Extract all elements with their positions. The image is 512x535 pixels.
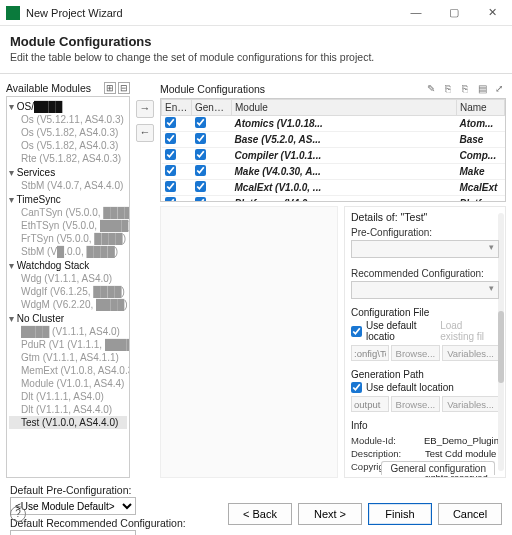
tree-item-selected[interactable]: Test (V1.0.0, AS4.4.0) xyxy=(9,416,127,429)
gen-browse-button: Browse... xyxy=(391,396,441,412)
details-title: Details of: "Test" xyxy=(351,211,499,223)
enable-checkbox[interactable] xyxy=(165,181,176,192)
info-label: Info xyxy=(351,420,499,431)
table-header[interactable]: Name xyxy=(457,100,505,116)
maximize-button[interactable]: ▢ xyxy=(440,6,468,19)
cfg-path-field xyxy=(351,345,389,361)
reccfg-combo[interactable] xyxy=(351,281,499,299)
add-module-button[interactable]: → xyxy=(136,100,154,118)
generate-checkbox[interactable] xyxy=(195,165,206,176)
info-row: Description:Test Cdd module xyxy=(351,448,499,460)
info-key: Description: xyxy=(351,448,425,459)
precfg-label: Pre-Configuration: xyxy=(351,227,499,238)
enable-checkbox[interactable] xyxy=(165,149,176,160)
wizard-header: Module Configurations Edit the table bel… xyxy=(0,26,512,69)
load-existing-label: Load existing fil xyxy=(440,320,499,342)
table-row[interactable]: Atomics (V1.0.18...Atom... xyxy=(162,116,505,132)
use-default-locatio-checkbox[interactable] xyxy=(351,326,362,337)
details-filler xyxy=(160,206,338,478)
info-key: Module-Id: xyxy=(351,435,424,446)
expand-all-icon[interactable]: ⊞ xyxy=(104,82,116,94)
toolbar-icon-3[interactable]: ⎘ xyxy=(458,82,472,96)
tree-item[interactable]: FrTSyn (V5.0.0, ████) xyxy=(9,232,127,245)
tree-item[interactable]: Os (V5.12.11, AS4.0.3) xyxy=(9,113,127,126)
tree-item[interactable]: WdgIf (V6.1.25, ████) xyxy=(9,285,127,298)
tree-item[interactable]: CanTSyn (V5.0.0, ████) xyxy=(9,206,127,219)
use-default-location-checkbox[interactable] xyxy=(351,382,362,393)
cancel-button[interactable]: Cancel xyxy=(438,503,502,525)
details-panel: Details of: "Test" Pre-Configuration: Re… xyxy=(344,206,506,478)
toolbar-icon-5[interactable]: ⤢ xyxy=(492,82,506,96)
table-header[interactable]: Ena... xyxy=(162,100,192,116)
cell-generate xyxy=(192,132,232,148)
tree-group[interactable]: No Cluster xyxy=(9,313,127,324)
general-configuration-tab[interactable]: General configuration xyxy=(381,461,495,475)
back-button[interactable]: < Back xyxy=(228,503,292,525)
table-row[interactable]: Platforms (V4.0....Platfo... xyxy=(162,196,505,203)
tree-item[interactable]: StbM (V4.0.7, AS4.4.0) xyxy=(9,179,127,192)
minimize-button[interactable]: — xyxy=(402,6,430,19)
enable-checkbox[interactable] xyxy=(165,117,176,128)
cell-name: Make xyxy=(457,164,505,180)
enable-checkbox[interactable] xyxy=(165,165,176,176)
tree-item[interactable]: Wdg (V1.1.1, AS4.0) xyxy=(9,272,127,285)
module-config-table[interactable]: Ena...Gener...ModuleName Atomics (V1.0.1… xyxy=(161,99,505,202)
finish-button[interactable]: Finish xyxy=(368,503,432,525)
cell-generate xyxy=(192,148,232,164)
generate-checkbox[interactable] xyxy=(195,181,206,192)
table-header[interactable]: Gener... xyxy=(192,100,232,116)
tree-item[interactable]: Gtm (V1.1.1, AS4.1.1) xyxy=(9,351,127,364)
tree-item[interactable]: Dlt (V1.1.1, AS4.4.0) xyxy=(9,403,127,416)
tree-item[interactable]: Module (V1.0.1, AS4.4) xyxy=(9,377,127,390)
tree-item[interactable]: MemExt (V1.0.8, AS4.0.3) xyxy=(9,364,127,377)
cell-name: Base xyxy=(457,132,505,148)
cfg-variables-button: Variables... xyxy=(442,345,499,361)
tree-item[interactable]: EthTSyn (V5.0.0, ████) xyxy=(9,219,127,232)
collapse-all-icon[interactable]: ⊟ xyxy=(118,82,130,94)
tree-group[interactable]: TimeSync xyxy=(9,194,127,205)
toolbar-icon-4[interactable]: ▤ xyxy=(475,82,489,96)
gen-variables-button: Variables... xyxy=(442,396,499,412)
tree-item[interactable]: StbM (V█.0.0, ████) xyxy=(9,245,127,258)
generate-checkbox[interactable] xyxy=(195,117,206,128)
tree-group[interactable]: OS/████ xyxy=(9,101,127,112)
cell-name: Comp... xyxy=(457,148,505,164)
precfg-combo[interactable] xyxy=(351,240,499,258)
tree-item[interactable]: PduR (V1 (V1.1.1, ████) xyxy=(9,338,127,351)
tree-item[interactable]: Os (V5.1.82, AS4.0.3) xyxy=(9,126,127,139)
tree-group[interactable]: Services xyxy=(9,167,127,178)
table-row[interactable]: Make (V4.0.30, A...Make xyxy=(162,164,505,180)
tree-item[interactable]: Os (V5.1.82, AS4.0.3) xyxy=(9,139,127,152)
generate-checkbox[interactable] xyxy=(195,149,206,160)
page-subtitle: Edit the table below to change the set o… xyxy=(10,51,502,63)
generate-checkbox[interactable] xyxy=(195,133,206,144)
info-value: Test Cdd module xyxy=(425,448,499,459)
help-button[interactable]: ? xyxy=(10,506,26,522)
enable-checkbox[interactable] xyxy=(165,133,176,144)
table-row[interactable]: McalExt (V1.0.0, ...McalExt xyxy=(162,180,505,196)
toolbar-icon-1[interactable]: ✎ xyxy=(424,82,438,96)
close-button[interactable]: ✕ xyxy=(478,6,506,19)
cell-generate xyxy=(192,164,232,180)
table-header[interactable]: Module xyxy=(232,100,457,116)
info-value: EB_Demo_Plugin xyxy=(424,435,499,446)
toolbar-icon-2[interactable]: ⎘ xyxy=(441,82,455,96)
available-modules-tree[interactable]: OS/████Os (V5.12.11, AS4.0.3)Os (V5.1.82… xyxy=(6,96,130,478)
page-title: Module Configurations xyxy=(10,34,502,49)
table-row[interactable]: Compiler (V1.0.1...Comp... xyxy=(162,148,505,164)
tree-item[interactable]: Dlt (V1.1.1, AS4.0) xyxy=(9,390,127,403)
generate-checkbox[interactable] xyxy=(195,197,206,202)
cell-enable xyxy=(162,116,192,132)
enable-checkbox[interactable] xyxy=(165,197,176,202)
table-row[interactable]: Base (V5.2.0, AS...Base xyxy=(162,132,505,148)
next-button[interactable]: Next > xyxy=(298,503,362,525)
module-configurations-label: Module Configurations xyxy=(160,83,265,95)
reccfg-label: Recommended Configuration: xyxy=(351,268,499,279)
remove-module-button[interactable]: ← xyxy=(136,124,154,142)
tree-item[interactable]: ████ (V1.1.1, AS4.0) xyxy=(9,325,127,338)
tree-item[interactable]: WdgM (V6.2.20, ████) xyxy=(9,298,127,311)
cell-module: McalExt (V1.0.0, ... xyxy=(232,180,457,196)
tree-group[interactable]: Watchdog Stack xyxy=(9,260,127,271)
cell-name: Atom... xyxy=(457,116,505,132)
tree-item[interactable]: Rte (V5.1.82, AS4.0.3) xyxy=(9,152,127,165)
